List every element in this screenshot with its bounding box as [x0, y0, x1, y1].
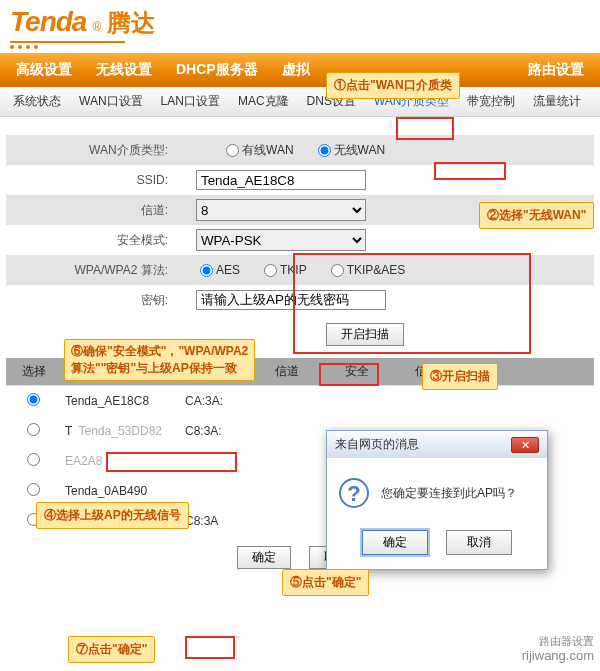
row-wan-media: WAN介质类型: 有线WAN 无线WAN: [6, 135, 594, 165]
label-key: 密钥:: [6, 292, 196, 309]
dialog-cancel-button[interactable]: 取消: [446, 530, 512, 555]
nav-main-item[interactable]: 路由设置: [516, 61, 596, 79]
watermark: 路由器设置: [539, 634, 594, 649]
row-wpa-alg: WPA/WPA2 算法: AES TKIP TKIP&AES: [6, 255, 594, 285]
radio-wired-wan[interactable]: 有线WAN: [226, 142, 294, 159]
row-ssid: SSID:: [6, 165, 594, 195]
radio-tkipaes-input[interactable]: [331, 264, 344, 277]
radio-tkipaes[interactable]: TKIP&AES: [331, 263, 406, 277]
ap-ssid: Tenda_AE18C8: [61, 386, 181, 416]
nav-sub-item[interactable]: 系统状态: [4, 93, 70, 110]
ap-mac: C8:3A: [181, 506, 271, 536]
nav-sub: 系统状态 WAN口设置 LAN口设置 MAC克隆 DNS设置 WAN介质类型 带…: [0, 87, 600, 117]
nav-main: 高级设置 无线设置 DHCP服务器 虚拟 路由设置: [0, 53, 600, 87]
logo: Tenda ® 腾达: [10, 6, 590, 39]
ap-radio[interactable]: [27, 453, 40, 466]
nav-main-item[interactable]: 高级设置: [4, 61, 84, 79]
ap-radio[interactable]: [27, 483, 40, 496]
dialog-titlebar: 来自网页的消息 ✕: [327, 431, 547, 458]
nav-main-item[interactable]: DHCP服务器: [164, 61, 270, 79]
callout-3: ③开启扫描: [422, 363, 498, 390]
ap-mac: C8:3A:: [181, 416, 271, 446]
ssid-input[interactable]: [196, 170, 366, 190]
nav-sub-item[interactable]: LAN口设置: [152, 93, 229, 110]
dialog-message: 您确定要连接到此AP吗？: [381, 485, 517, 502]
radio-tkip[interactable]: TKIP: [264, 263, 307, 277]
brand-cn: 腾达: [107, 7, 155, 39]
radio-wired-input[interactable]: [226, 144, 239, 157]
callout-2: ②选择"无线WAN": [479, 202, 594, 229]
radio-wireless-input[interactable]: [318, 144, 331, 157]
scan-button[interactable]: 开启扫描: [326, 323, 404, 346]
nav-sub-item[interactable]: MAC克隆: [229, 93, 298, 110]
ap-radio[interactable]: [27, 423, 40, 436]
ap-ssid: T Tenda_53DD82: [61, 416, 181, 446]
callout-4: ④选择上级AP的无线信号: [36, 502, 189, 529]
dialog-ok-button[interactable]: 确定: [362, 530, 428, 555]
nav-sub-item[interactable]: WAN口设置: [70, 93, 152, 110]
nav-sub-item[interactable]: 带宽控制: [458, 93, 524, 110]
key-input[interactable]: [196, 290, 386, 310]
callout-1: ①点击"WAN口介质类: [326, 72, 460, 99]
radio-aes[interactable]: AES: [200, 263, 240, 277]
label-secmode: 安全模式:: [6, 232, 196, 249]
ap-radio[interactable]: [27, 393, 40, 406]
row-secmode: 安全模式: WPA-PSK: [6, 225, 594, 255]
logo-underline: [10, 41, 125, 43]
question-icon: ?: [339, 478, 369, 508]
col-sec: 安全: [341, 358, 411, 385]
secmode-select[interactable]: WPA-PSK: [196, 229, 366, 251]
label-wpa-alg: WPA/WPA2 算法:: [6, 262, 196, 279]
nav-sub-item[interactable]: 流量统计: [524, 93, 590, 110]
logo-dots: [10, 45, 590, 49]
callout-5: ⑤点击"确定": [282, 569, 369, 596]
close-icon[interactable]: ✕: [511, 437, 539, 453]
label-channel: 信道:: [6, 202, 196, 219]
dialog-title: 来自网页的消息: [335, 436, 511, 453]
row-key: 密钥:: [6, 285, 594, 315]
logo-bar: Tenda ® 腾达: [0, 0, 600, 53]
watermark: rijiwang.com: [522, 648, 594, 663]
col-channel: 信道: [271, 358, 341, 385]
col-select: 选择: [6, 358, 61, 385]
table-row[interactable]: Tenda_AE18C8 CA:3A:: [6, 386, 594, 416]
channel-select[interactable]: 8: [196, 199, 366, 221]
callout-7: ⑦点击"确定": [68, 636, 155, 663]
radio-wireless-wan[interactable]: 无线WAN: [318, 142, 386, 159]
nav-main-item[interactable]: 无线设置: [84, 61, 164, 79]
label-ssid: SSID:: [6, 173, 196, 187]
radio-tkip-input[interactable]: [264, 264, 277, 277]
nav-main-item[interactable]: 虚拟: [270, 61, 322, 79]
radio-aes-input[interactable]: [200, 264, 213, 277]
confirm-dialog: 来自网页的消息 ✕ ? 您确定要连接到此AP吗？ 确定 取消: [326, 430, 548, 570]
brand-reg: ®: [92, 20, 101, 34]
ok-button[interactable]: 确定: [237, 546, 291, 569]
highlight-box: [185, 636, 235, 659]
ap-ssid: EA2A8: [61, 446, 181, 476]
ap-mac: CA:3A:: [181, 386, 271, 416]
brand-en: Tenda: [10, 6, 86, 38]
callout-6: ⑥确保"安全模式"，"WPA/WPA2 算法""密钥"与上级AP保持一致: [64, 339, 255, 381]
label-wan-media: WAN介质类型:: [6, 142, 196, 159]
